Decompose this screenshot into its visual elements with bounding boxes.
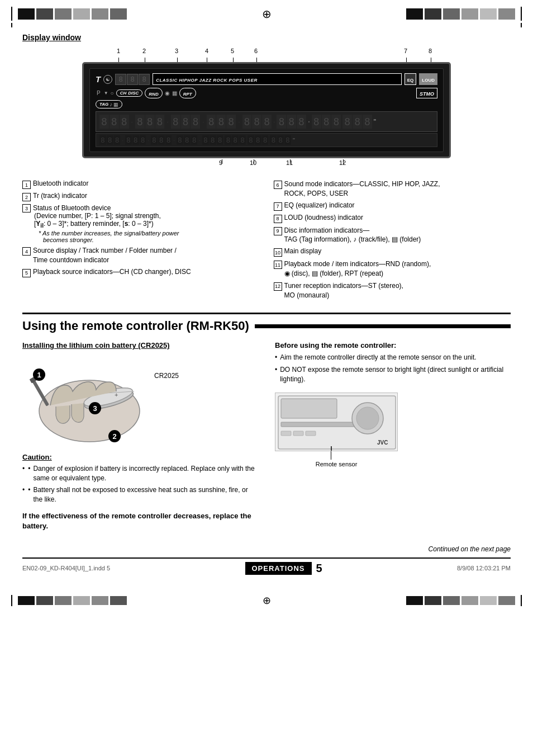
tag-indicator: TAG ♪ ▦ (96, 100, 122, 108)
bold-notice: If the effectiveness of the remote contr… (22, 511, 258, 531)
continued-text: Continued on the next page (22, 545, 511, 553)
svg-rect-18 (281, 431, 291, 436)
indicator-item-1: 1 Bluetooth indicator (22, 179, 260, 189)
svg-rect-20 (306, 431, 316, 436)
battery-illustration: + 1 3 (22, 355, 179, 447)
remote-title: Using the remote controller (RM-RK50) (22, 319, 511, 333)
remote-sensor-label (320, 451, 511, 460)
bluetooth-symbol: ☯ (103, 75, 112, 84)
sub-seg-display: 8 8 8 · 8 8 8 · 8 8 (96, 133, 437, 147)
indicator-item-8: 8 LOUD (loudness) indicator (274, 214, 511, 223)
footer-left-text: EN02-09_KD-R404[UI]_1.indd 5 (22, 565, 110, 571)
callout-8-top: 8 (429, 48, 432, 54)
callout-3-top: 3 (175, 48, 178, 54)
svg-text:JVC: JVC (377, 440, 388, 446)
svg-text:1: 1 (37, 371, 41, 379)
svg-rect-14 (281, 399, 337, 418)
display-row-3: TAG ♪ ▦ (96, 100, 437, 108)
indicator-item-9: 9 Disc information indicators—TAG (Tag i… (274, 226, 511, 245)
bottom-bar-squares-right (406, 596, 515, 605)
callout-5-top: 5 (231, 48, 234, 54)
display-unit: T ☯ 8 8 8 CLASSIC HIPHOP JAZZ ROCK POPS (82, 62, 451, 158)
page-number: 5 (316, 562, 322, 575)
callout-2-top: 2 (142, 48, 146, 54)
before-using-title: Before using the remote controller: (275, 341, 511, 349)
bottom-crosshair-icon: ⊕ (263, 594, 271, 607)
svg-rect-19 (293, 431, 303, 436)
callout-1-top: 1 (117, 48, 120, 54)
indicators-section: 1 Bluetooth indicator 2 Tr (track) indic… (22, 179, 511, 303)
indicator-item-6: 6 Sound mode indicators—CLASSIC, HIP HOP… (274, 179, 511, 199)
bottom-section: EN02-09_KD-R404[UI]_1.indd 5 OPERATIONS … (22, 557, 511, 575)
caution-bullet-1: • Danger of explosion if battery is inco… (22, 464, 258, 483)
indicator-item-12: 12 Tuner reception indicators—ST (stereo… (274, 281, 511, 300)
svg-rect-5 (31, 379, 49, 407)
before-using-bullet-2: • DO NOT expose the remote sensor to bri… (275, 365, 511, 384)
display-row-1: T ☯ 8 8 8 CLASSIC HIPHOP JAZZ ROCK POPS (96, 73, 437, 85)
caution-title: Caution: (22, 453, 258, 461)
remote-sensor-diagram: JVC (275, 393, 398, 451)
footer-right-text: 8/9/08 12:03:21 PM (457, 565, 511, 571)
seg-display-1: 8 8 8 (115, 74, 150, 85)
cr2025-label: CR2025 (154, 372, 179, 380)
main-seg-display: 8 8 8 · 8 8 8 · (96, 111, 437, 132)
svg-point-17 (356, 407, 379, 429)
battery-svg: + 1 3 (22, 355, 179, 447)
indicators-left: 1 Bluetooth indicator 2 Tr (track) indic… (22, 179, 260, 303)
rpt-indicator: RPT (179, 88, 196, 98)
callout-4-top: 4 (205, 48, 208, 54)
top-bar-squares-right (406, 8, 515, 20)
mode-text-display: CLASSIC HIPHOP JAZZ ROCK POPS USER (153, 73, 402, 85)
display-diagram: 1 2 3 4 5 6 7 8 (82, 48, 451, 174)
indicator-item-3: 3 Status of Bluetooth device (Device num… (22, 204, 260, 243)
before-using-bullet-1: • Aim the remote controller directly at … (275, 353, 511, 362)
operations-box: OPERATIONS (245, 562, 312, 575)
callout-6-top: 6 (254, 48, 258, 54)
section-title: Display window (22, 33, 511, 42)
eq-indicator: EQ (404, 73, 417, 85)
top-crosshair-icon: ⊕ (262, 7, 272, 21)
indicator-item-2: 2 Tr (track) indicator (22, 192, 260, 201)
rnd-indicator: RND (145, 88, 162, 98)
remote-controller-section: Using the remote controller (RM-RK50) In… (22, 319, 511, 531)
operations-badge-container: OPERATIONS 5 (245, 562, 322, 575)
indicator-item-7: 7 EQ (equalizer) indicator (274, 201, 511, 211)
display-row-2: P ▼ ○ CH DISC RND ◉ (96, 88, 437, 98)
caution-bullet-2: • Battery shall not be exposed to excess… (22, 485, 258, 504)
svg-text:2: 2 (112, 432, 116, 441)
battery-section-title: Installing the lithium coin battery (CR2… (22, 341, 258, 349)
section-divider (22, 313, 511, 314)
top-bar-squares-left (18, 8, 127, 20)
svg-text:+: + (115, 391, 118, 398)
indicator-item-5: 5 Playback source indicators—CH (CD chan… (22, 268, 260, 277)
loud-indicator: LOUD (419, 73, 437, 85)
ch-disc-indicator: CH DISC (116, 89, 143, 97)
sensor-label-text: Remote sensor (275, 461, 398, 467)
indicator-item-10: 10 Main display (274, 247, 511, 257)
left-column: Installing the lithium coin battery (CR2… (22, 341, 258, 531)
indicator-item-11: 11 Playback mode / item indicators—RND (… (274, 259, 511, 278)
right-column: Before using the remote controller: • Ai… (275, 341, 511, 531)
svg-text:3: 3 (93, 404, 97, 413)
callout-7-top: 7 (404, 48, 407, 54)
bottom-bar-squares-left (18, 596, 127, 605)
indicators-right: 6 Sound mode indicators—CLASSIC, HIP HOP… (274, 179, 511, 303)
svg-rect-15 (281, 422, 356, 427)
caution-section: Caution: • Danger of explosion if batter… (22, 453, 258, 504)
indicator-item-4: 4 Source display / Track number / Folder… (22, 246, 260, 265)
display-window-section: Display window 1 2 3 4 5 6 7 8 (22, 33, 511, 303)
stmo-indicator: STMO (416, 88, 437, 98)
